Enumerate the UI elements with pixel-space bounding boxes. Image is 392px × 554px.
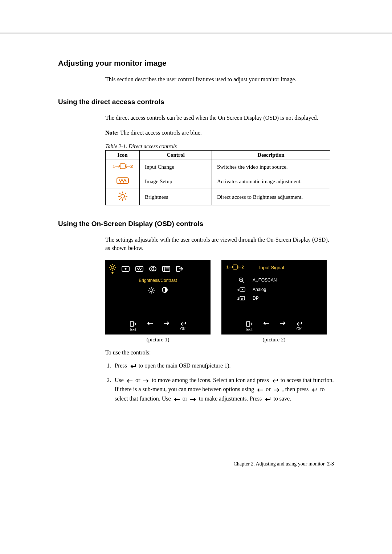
svg-line-14 <box>125 193 126 194</box>
enter-icon <box>264 397 271 402</box>
osd-exit-button: Exit <box>246 321 253 332</box>
direct-desc-paragraph: The direct access controls can be used w… <box>105 114 334 122</box>
osd-ok-button: OK <box>296 321 302 332</box>
control-cell: Brightness <box>140 189 212 205</box>
svg-line-20 <box>110 265 111 266</box>
text: to open the main OSD menu(picture 1). <box>139 362 231 369</box>
svg-marker-24 <box>111 272 114 274</box>
input-change-icon: 1 2 <box>106 160 140 174</box>
svg-text:2: 2 <box>237 297 239 300</box>
text: or <box>135 377 142 383</box>
desc-cell: Switches the video input source. <box>212 160 330 174</box>
svg-line-22 <box>110 269 111 270</box>
text: to make adjustments. Press <box>199 395 263 402</box>
brightness-sub-icon <box>148 287 155 295</box>
analog-icon: 1 <box>237 287 245 292</box>
note-paragraph: Note: The direct access controls are blu… <box>105 129 334 137</box>
th-control: Control <box>140 151 212 160</box>
section-heading: Adjusting your monitor image <box>58 59 334 67</box>
options-tab-icon <box>162 266 171 273</box>
position-tab-icon <box>121 266 130 273</box>
osd2-caption: (picture 2) <box>221 337 327 343</box>
input-signal-tab-icon: 1 2 <box>226 264 244 271</box>
brightness-tab-icon <box>109 264 116 275</box>
osd-left-button <box>147 321 153 332</box>
text: to move among the icons. Select an icon … <box>152 377 270 383</box>
subsection-heading-osd: Using the On-Screen Display (OSD) contro… <box>58 220 334 228</box>
table-row: 1 2 Input Change Switches the video inpu… <box>106 160 330 174</box>
osd2-title: Input Signal <box>259 265 284 270</box>
svg-line-42 <box>149 288 150 288</box>
th-icon: Icon <box>106 151 140 160</box>
exit-label: Exit <box>130 328 136 332</box>
option-label: AUTOSCAN <box>253 278 277 283</box>
svg-line-57 <box>242 281 244 283</box>
text: or <box>266 386 272 392</box>
svg-rect-27 <box>136 266 143 271</box>
image-setup-icon <box>106 174 140 189</box>
dp-icon: 2D <box>237 296 245 301</box>
osd-ok-button: OK <box>180 321 186 332</box>
page-footer: Chapter 2. Adjusting and using your moni… <box>58 461 334 467</box>
analog-option: 1 Analog <box>237 285 322 294</box>
svg-text:1: 1 <box>113 164 115 169</box>
text: , then press <box>282 386 310 392</box>
left-arrow-icon <box>257 388 263 392</box>
th-description: Description <box>212 151 330 160</box>
osd-picture-1: Brightness/Contrast Exit <box>105 260 211 335</box>
svg-point-26 <box>125 268 127 270</box>
page-number: 2-3 <box>327 461 334 467</box>
enter-icon <box>311 387 318 392</box>
svg-line-21 <box>114 269 115 270</box>
enter-icon <box>130 364 136 369</box>
exit-tab-icon <box>176 266 183 273</box>
svg-text:1: 1 <box>226 265 229 269</box>
control-cell: Input Change <box>140 160 212 174</box>
osd1-caption: (picture 1) <box>105 337 211 343</box>
intro-paragraph: This section describes the user control … <box>105 75 334 83</box>
svg-point-37 <box>150 289 153 292</box>
page-body: Adjusting your monitor image This sectio… <box>0 33 392 489</box>
text: Press <box>115 362 128 369</box>
svg-line-23 <box>114 265 115 266</box>
exit-label: Exit <box>246 328 253 332</box>
svg-text:2: 2 <box>130 164 133 169</box>
svg-rect-52 <box>233 265 237 269</box>
option-label: Analog <box>253 287 266 292</box>
image-setup-tab-icon <box>135 266 144 273</box>
left-arrow-icon <box>126 379 133 383</box>
direct-access-table: Icon Control Description 1 2 <box>105 150 330 205</box>
table-caption: Table 2-1. Direct access controls <box>105 143 334 149</box>
osd-picture-2: 1 2 Input Signal <box>221 260 327 335</box>
svg-rect-1 <box>120 164 125 169</box>
note-text: The direct access controls are blue. <box>119 130 202 136</box>
right-arrow-icon <box>190 397 196 402</box>
control-cell: Image Setup <box>140 174 212 189</box>
osd-desc-paragraph: The settings adjustable with the user co… <box>105 236 334 252</box>
right-arrow-icon <box>143 379 149 383</box>
svg-line-45 <box>153 288 154 288</box>
text: Use <box>115 377 125 383</box>
svg-text:D: D <box>241 297 243 300</box>
svg-text:1: 1 <box>237 288 239 292</box>
text: or <box>183 395 189 402</box>
autoscan-option: AUTOSCAN <box>237 275 322 285</box>
svg-point-15 <box>111 266 114 268</box>
desc-cell: Activates automatic image adjustment. <box>212 174 330 189</box>
note-label: Note: <box>105 130 119 136</box>
osd-right-button <box>279 321 286 332</box>
option-label: DP <box>253 296 259 301</box>
table-row: Image Setup Activates automatic image ad… <box>106 174 330 189</box>
list-item: Press to open the main OSD menu(picture … <box>113 361 334 370</box>
instructions-intro: To use the controls: <box>105 349 334 356</box>
svg-point-62 <box>242 289 243 290</box>
brightness-icon <box>106 189 140 205</box>
table-row: Brightness Direct access to Brightness a… <box>106 189 330 205</box>
svg-line-43 <box>153 292 154 292</box>
osd-screenshots: Brightness/Contrast Exit <box>105 260 334 343</box>
svg-line-11 <box>119 193 121 194</box>
osd-left-button <box>263 321 269 332</box>
subsection-heading-direct: Using the direct access controls <box>58 98 334 106</box>
contrast-sub-icon <box>162 287 168 295</box>
right-arrow-icon <box>273 388 280 392</box>
